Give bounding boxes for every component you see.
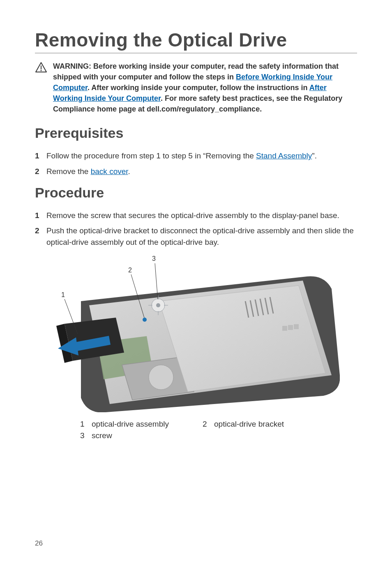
callout-text: screw <box>92 431 203 440</box>
warning-icon <box>35 62 47 75</box>
callout-num: 2 <box>203 420 214 429</box>
step-text: Remove the back cover. <box>46 166 357 177</box>
back-cover-link[interactable]: back cover <box>91 167 128 176</box>
callout-num: 3 <box>80 431 92 440</box>
list-item: 1 Remove the screw that secures the opti… <box>35 210 357 221</box>
page-title: Removing the Optical Drive <box>35 29 357 51</box>
callout-row: 3 screw <box>80 431 327 440</box>
warning-block: WARNING: Before working inside your comp… <box>35 61 357 114</box>
svg-point-6 <box>143 318 147 322</box>
list-item: 2 Push the optical-drive bracket to disc… <box>35 225 357 248</box>
warning-mid1: . After working inside your computer, fo… <box>88 84 309 92</box>
prerequisites-heading: Prerequisites <box>35 125 357 141</box>
callout-row: 1 optical-drive assembly 2 optical-drive… <box>80 420 327 429</box>
page-number: 26 <box>35 539 43 548</box>
figure-label-1: 1 <box>61 291 65 298</box>
figure-callouts: 1 optical-drive assembly 2 optical-drive… <box>80 420 327 443</box>
callout-text: optical-drive assembly <box>92 420 203 429</box>
step-text: Remove the screw that secures the optica… <box>46 210 357 221</box>
svg-point-1 <box>41 70 42 71</box>
figure-label-2: 2 <box>128 267 132 274</box>
step-text: Push the optical-drive bracket to discon… <box>46 225 357 248</box>
svg-rect-3 <box>282 326 287 331</box>
svg-point-8 <box>156 303 160 307</box>
title-underline <box>35 53 357 53</box>
page-container: Removing the Optical Drive WARNING: Befo… <box>0 0 392 562</box>
callout-num: 1 <box>80 420 92 429</box>
step-number: 2 <box>35 225 46 237</box>
list-item: 2 Remove the back cover. <box>35 166 357 177</box>
procedure-list: 1 Remove the screw that secures the opti… <box>35 210 357 248</box>
step-number: 2 <box>35 166 46 177</box>
warning-text: WARNING: Before working inside your comp… <box>53 61 357 114</box>
step-number: 1 <box>35 210 46 221</box>
callout-text: optical-drive bracket <box>214 420 325 429</box>
procedure-heading: Procedure <box>35 185 357 201</box>
step-number: 1 <box>35 150 46 162</box>
stand-assembly-link[interactable]: Stand Assembly <box>256 151 312 160</box>
svg-point-2 <box>149 365 173 390</box>
optical-drive-illustration: 1 2 3 <box>52 252 340 412</box>
svg-rect-4 <box>288 325 293 330</box>
step-text: Follow the procedure from step 1 to step… <box>46 150 357 162</box>
prerequisites-list: 1 Follow the procedure from step 1 to st… <box>35 150 357 177</box>
figure: 1 2 3 <box>35 252 357 412</box>
svg-rect-5 <box>294 324 299 329</box>
list-item: 1 Follow the procedure from step 1 to st… <box>35 150 357 162</box>
figure-label-3: 3 <box>152 255 156 262</box>
